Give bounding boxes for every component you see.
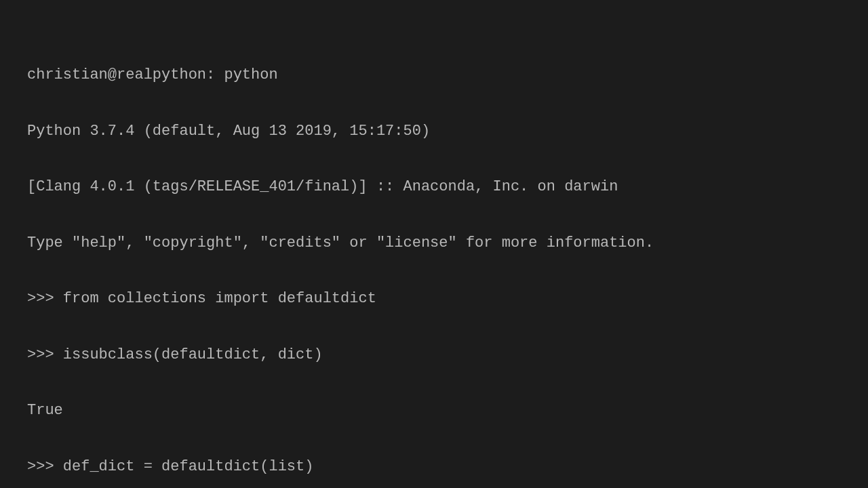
terminal-window[interactable]: christian@realpython: python Python 3.7.…	[27, 28, 841, 488]
repl-line-import: >>> from collections import defaultdict	[27, 289, 841, 308]
python-version-line: Python 3.7.4 (default, Aug 13 2019, 15:1…	[27, 122, 841, 141]
help-info-line: Type "help", "copyright", "credits" or "…	[27, 234, 841, 253]
compiler-info-line: [Clang 4.0.1 (tags/RELEASE_401/final)] :…	[27, 178, 841, 197]
shell-prompt-line: christian@realpython: python	[27, 66, 841, 85]
repl-line-defdict-assign: >>> def_dict = defaultdict(list)	[27, 458, 841, 476]
repl-line-issubclass: >>> issubclass(defaultdict, dict)	[27, 346, 841, 365]
repl-output-true: True	[27, 401, 841, 420]
